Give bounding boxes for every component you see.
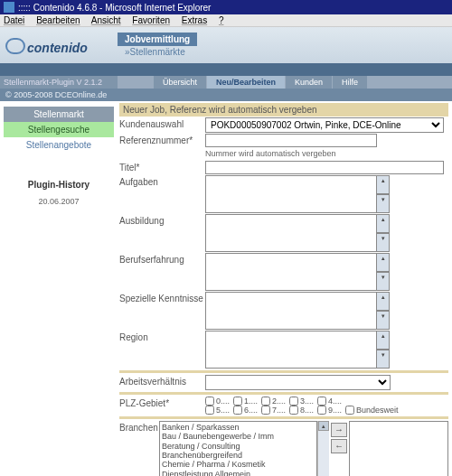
nav-uebersicht[interactable]: Übersicht (154, 76, 206, 89)
scroll-up-icon: ▴ (318, 421, 329, 431)
menu-extras[interactable]: Extras (182, 15, 207, 25)
input-titel[interactable] (205, 161, 444, 174)
spin-down-icon[interactable]: ▾ (376, 272, 390, 291)
list-item[interactable]: Banken / Sparkassen (162, 423, 315, 432)
label-ausbildung: Ausbildung (119, 214, 205, 226)
spin-down-icon[interactable]: ▾ (376, 194, 390, 213)
header-tabs: Jobvermittlung »Stellenmärkte (118, 33, 452, 58)
label-aufgaben: Aufgaben (119, 175, 205, 187)
sub-bar (0, 63, 452, 76)
plz-checkbox[interactable] (317, 406, 326, 415)
version-label: Stellenmarkt-Plugin V 2.1.2 (0, 76, 118, 89)
copyright-row: © 2005-2008 DCEOnline.de (0, 89, 452, 101)
textarea-ausbildung[interactable] (205, 214, 377, 252)
menu-ansicht[interactable]: Ansicht (91, 15, 121, 25)
nav-row: Stellenmarkt-Plugin V 2.1.2 Übersicht Ne… (0, 76, 452, 89)
select-kundenauswahl[interactable]: POKD00050907002 Ortwin, Pinke, DCE-Onlin… (205, 117, 444, 133)
input-referenz[interactable] (205, 134, 377, 147)
divider (119, 392, 448, 395)
nav-hilfe[interactable]: Hilfe (333, 76, 367, 89)
sidebar-item-stellengesuche[interactable]: Stellengesuche (4, 122, 114, 137)
plz-checkbox[interactable] (205, 406, 214, 415)
add-branchen-button[interactable]: → (331, 423, 347, 437)
plz-row2: 5....6....7....8....9....Bundesweit (205, 406, 448, 415)
spin-down-icon[interactable]: ▾ (376, 233, 390, 252)
label-titel: Titel* (119, 161, 205, 173)
sidebar-head: Stellenmarkt (4, 107, 114, 122)
main-panel: Neuer Job, Referenz wird automatisch ver… (118, 101, 452, 476)
label-arbeit: Arbeitsverhältnis (119, 375, 205, 387)
list-item[interactable]: Branchenübergreifend (162, 451, 315, 460)
plz-option[interactable]: 7.... (261, 406, 286, 415)
logo-icon (5, 38, 25, 54)
app-header: contenido Jobvermittlung »Stellenmärkte (0, 27, 452, 63)
sidebar-item-stellenangebote[interactable]: Stellenangebote (4, 137, 114, 153)
plz-checkbox[interactable] (289, 397, 298, 406)
spin-up-icon[interactable]: ▴ (376, 331, 390, 350)
menu-favoriten[interactable]: Favoriten (132, 15, 170, 25)
list-item[interactable]: Chemie / Pharma / Kosmetik (162, 460, 315, 469)
plz-checkbox[interactable] (233, 406, 242, 415)
header-tab-sub[interactable]: »Stellenmärkte (118, 46, 452, 58)
textarea-kenntnisse[interactable] (205, 292, 377, 330)
nav-neu-bearbeiten[interactable]: Neu/Bearbeiten (207, 76, 285, 89)
window-titlebar: ::::: Contenido 4.6.8 - Microsoft Intern… (0, 0, 452, 14)
plz-checkbox[interactable] (345, 406, 354, 415)
spin-up-icon[interactable]: ▴ (376, 175, 390, 194)
scrollbar-branchen[interactable]: ▴▾ (317, 421, 329, 476)
note-referenz: Nummer wird automatisch vergeben (205, 147, 448, 160)
textarea-aufgaben[interactable] (205, 175, 377, 213)
menu-bearbeiten[interactable]: Bearbeiten (36, 15, 80, 25)
nav-tabs: Übersicht Neu/Bearbeiten Kunden Hilfe (118, 76, 452, 89)
plz-checkbox[interactable] (261, 397, 270, 406)
spin-up-icon[interactable]: ▴ (376, 253, 390, 272)
list-item[interactable]: Bau / Baunebengewerbe / Imm (162, 432, 315, 441)
list-item[interactable]: Dienstleistung Allgemein (162, 470, 315, 476)
spinner-aufgaben: ▴▾ (376, 175, 390, 213)
plz-checkbox[interactable] (233, 397, 242, 406)
plz-checkbox[interactable] (261, 406, 270, 415)
plz-option[interactable]: 1.... (233, 397, 258, 406)
nav-kunden[interactable]: Kunden (286, 76, 332, 89)
textarea-beruf[interactable] (205, 253, 377, 291)
plz-option[interactable]: 9.... (317, 406, 342, 415)
listbox-branchen-selected[interactable] (349, 421, 448, 476)
spin-up-icon[interactable]: ▴ (376, 214, 390, 233)
spin-down-icon[interactable]: ▾ (376, 350, 390, 369)
window-title: ::::: Contenido 4.6.8 - Microsoft Intern… (18, 3, 211, 13)
spin-down-icon[interactable]: ▾ (376, 311, 390, 330)
remove-branchen-button[interactable]: ← (331, 439, 347, 453)
menu-datei[interactable]: Datei (4, 15, 24, 25)
select-arbeit[interactable] (205, 375, 391, 390)
textarea-region[interactable] (205, 331, 377, 369)
spin-up-icon[interactable]: ▴ (376, 292, 390, 311)
label-beruf: Berufserfahrung (119, 253, 205, 265)
section-title: Neuer Job, Referenz wird automatisch ver… (119, 103, 448, 117)
divider (119, 370, 448, 373)
content-area: Stellenmarkt Stellengesuche Stellenangeb… (0, 101, 452, 476)
plz-checkbox[interactable] (289, 406, 298, 415)
label-branchen: Branchen (119, 421, 159, 433)
plz-option[interactable]: 4.... (317, 397, 342, 406)
plz-option[interactable]: 5.... (205, 406, 230, 415)
plz-option[interactable]: 3.... (289, 397, 314, 406)
plz-option[interactable]: 0.... (205, 397, 230, 406)
sidebar-history-date: 20.06.2007 (4, 197, 114, 206)
plz-option[interactable]: Bundesweit (345, 406, 399, 415)
menu-help[interactable]: ? (219, 15, 224, 25)
logo-area: contenido (0, 33, 118, 59)
list-item[interactable]: Beratung / Consulting (162, 442, 315, 451)
listbox-branchen[interactable]: Banken / SparkassenBau / Baunebengewerbe… (159, 421, 317, 476)
header-tab-main[interactable]: Jobvermittlung (118, 33, 197, 46)
plz-checkbox[interactable] (317, 397, 326, 406)
app-icon (4, 2, 14, 13)
menubar: Datei Bearbeiten Ansicht Favoriten Extra… (0, 14, 452, 27)
copyright-spacer (118, 89, 452, 101)
plz-option[interactable]: 8.... (289, 406, 314, 415)
plz-option[interactable]: 6.... (233, 406, 258, 415)
plz-option[interactable]: 2.... (261, 397, 286, 406)
logo-text: contenido (27, 41, 88, 55)
copyright: © 2005-2008 DCEOnline.de (0, 89, 118, 101)
label-kenntnisse: Spezielle Kenntnisse (119, 292, 205, 303)
plz-checkbox[interactable] (205, 397, 214, 406)
